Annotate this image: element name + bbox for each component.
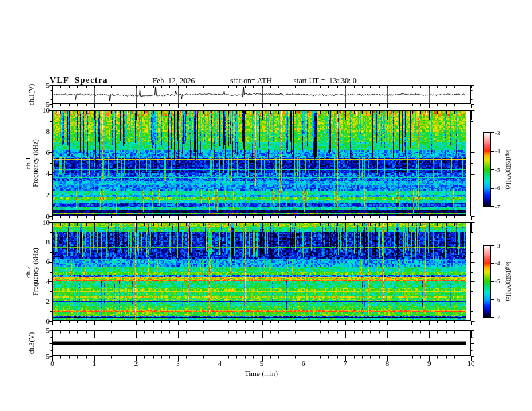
ch1-waveform-ylabel-text: ch.1(V) — [28, 84, 35, 105]
ch1-spectrogram-ylabel: ch.1 Frequency (kHz) — [24, 109, 40, 217]
date-label: Feb. 12, 2026 — [152, 77, 195, 85]
axes-frames-and-ticks — [0, 0, 532, 411]
colorbar1-label-text: log(PSD)(V²/Hz) — [505, 150, 512, 189]
ch2-label-line1: ch.2 — [24, 266, 32, 278]
ch1-label-line1: ch.1 — [24, 157, 32, 169]
start-ut-label: start UT = 13: 30: 0 — [294, 77, 357, 85]
colorbar2-label: log(PSD)(V²/Hz) — [504, 241, 513, 322]
colorbar1-label: log(PSD)(V²/Hz) — [504, 129, 513, 210]
vlf-spectra-figure: VLF Spectra Feb. 12, 2026 station= ATH s… — [0, 0, 532, 411]
ch3-waveform-ylabel: ch.3(V) — [26, 303, 36, 383]
ch2-label-line2: Frequency (kHz) — [32, 248, 39, 295]
station-label: station= ATH — [230, 77, 272, 85]
x-axis-title: Time (min) — [221, 369, 302, 377]
ch3-waveform-ylabel-text: ch.3(V) — [28, 332, 35, 354]
ch1-label-line2: Frequency (kHz) — [32, 139, 39, 187]
colorbar2-label-text: log(PSD)(V²/Hz) — [505, 262, 512, 302]
plot-title: VLF Spectra — [50, 75, 108, 85]
